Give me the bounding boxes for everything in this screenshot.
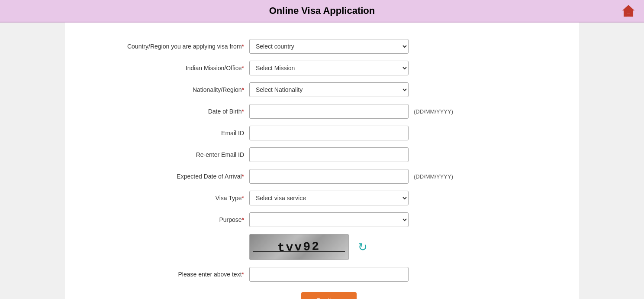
visa-type-hint (411, 187, 562, 209)
reenter-email-hint (411, 144, 562, 166)
nationality-required-star: * (242, 86, 244, 93)
captcha-text: tvv92 (277, 240, 321, 254)
country-select[interactable]: Select country (249, 39, 409, 54)
captcha-input-cell (247, 263, 411, 285)
country-required-star: * (242, 43, 244, 50)
arrival-date-label: Expected Date of Arrival* (82, 166, 247, 187)
captcha-image: tvv92 (249, 234, 349, 260)
email-hint (411, 122, 562, 144)
arrival-required-star: * (242, 173, 244, 180)
svg-rect-1 (627, 13, 630, 17)
continue-hint (411, 285, 562, 299)
main-content: Country/Region you are applying visa fro… (65, 23, 579, 299)
reenter-email-label: Re-enter Email ID (82, 144, 247, 166)
reenter-email-row: Re-enter Email ID (82, 144, 562, 166)
dob-input-cell (247, 101, 411, 122)
email-row: Email ID (82, 122, 562, 144)
home-icon[interactable] (621, 4, 635, 17)
dob-input[interactable] (249, 104, 409, 119)
nationality-hint (411, 79, 562, 101)
captcha-required-star: * (242, 271, 244, 278)
mission-hint (411, 57, 562, 79)
arrival-date-row: Expected Date of Arrival* (DD/MM/YYYY) (82, 166, 562, 187)
purpose-hint (411, 209, 562, 231)
arrival-date-input[interactable] (249, 169, 409, 184)
captcha-input-row: Please enter above text* (82, 263, 562, 285)
email-label: Email ID (82, 122, 247, 144)
dob-hint: (DD/MM/YYYY) (411, 101, 562, 122)
country-row: Country/Region you are applying visa fro… (82, 36, 562, 57)
reenter-email-input-cell (247, 144, 411, 166)
continue-row: Continue (82, 285, 562, 299)
page-header: Online Visa Application (0, 0, 644, 23)
arrival-date-hint: (DD/MM/YYYY) (411, 166, 562, 187)
purpose-input-cell (247, 209, 411, 231)
visa-type-label: Visa Type* (82, 187, 247, 209)
visa-type-input-cell: Select visa service (247, 187, 411, 209)
captcha-row: tvv92 ↻ (82, 231, 562, 263)
visa-type-required-star: * (242, 195, 244, 202)
continue-button[interactable]: Continue (301, 292, 357, 299)
purpose-required-star: * (242, 216, 244, 223)
mission-row: Indian Mission/Office* Select Mission (82, 57, 562, 79)
dob-required-star: * (242, 108, 244, 115)
email-input[interactable] (249, 126, 409, 140)
nationality-select[interactable]: Select Nationality (249, 82, 409, 97)
purpose-row: Purpose* (82, 209, 562, 231)
captcha-input[interactable] (249, 267, 409, 282)
captcha-image-cell: tvv92 ↻ (247, 231, 411, 263)
mission-required-star: * (242, 65, 244, 72)
dob-label: Date of Birth* (82, 101, 247, 122)
captcha-refresh-icon[interactable]: ↻ (356, 240, 370, 254)
email-input-cell (247, 122, 411, 144)
nationality-label: Nationality/Region* (82, 79, 247, 101)
country-label: Country/Region you are applying visa fro… (82, 36, 247, 57)
reenter-email-input[interactable] (249, 147, 409, 162)
header-title: Online Visa Application (269, 5, 375, 16)
continue-spacer (82, 285, 247, 299)
purpose-select[interactable] (249, 212, 409, 227)
captcha-line (253, 251, 345, 252)
nationality-row: Nationality/Region* Select Nationality (82, 79, 562, 101)
captcha-spacer (82, 231, 247, 263)
mission-input-cell: Select Mission (247, 57, 411, 79)
captcha-input-hint (411, 263, 562, 285)
country-input-cell: Select country (247, 36, 411, 57)
purpose-label: Purpose* (82, 209, 247, 231)
arrival-date-input-cell (247, 166, 411, 187)
visa-type-select[interactable]: Select visa service (249, 191, 409, 205)
mission-select[interactable]: Select Mission (249, 61, 409, 75)
captcha-container: tvv92 ↻ (249, 234, 409, 260)
dob-row: Date of Birth* (DD/MM/YYYY) (82, 101, 562, 122)
continue-cell: Continue (247, 285, 411, 299)
captcha-input-label: Please enter above text* (82, 263, 247, 285)
application-form: Country/Region you are applying visa fro… (82, 36, 562, 299)
visa-type-row: Visa Type* Select visa service (82, 187, 562, 209)
mission-label: Indian Mission/Office* (82, 57, 247, 79)
captcha-hint (411, 231, 562, 263)
country-hint (411, 36, 562, 57)
nationality-input-cell: Select Nationality (247, 79, 411, 101)
